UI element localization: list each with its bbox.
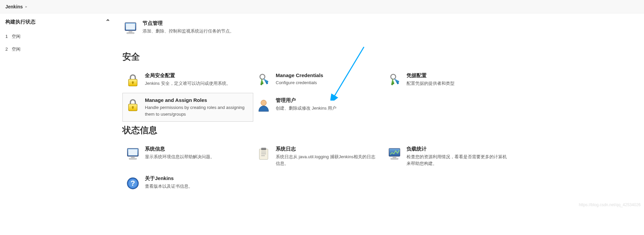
executor-row[interactable]: 1 空闲	[0, 30, 116, 43]
executor-number: 2	[5, 47, 8, 52]
section-status-title: 状态信息	[122, 124, 631, 136]
tile-title: 负载统计	[407, 146, 509, 152]
breadcrumb: Jenkins ▸	[0, 0, 644, 13]
breadcrumb-separator: ▸	[25, 5, 27, 8]
tile-desc: 查看版本以及证书信息。	[145, 183, 193, 190]
tile-load-stats[interactable]: 负载统计 检查您的资源利用情况，看看是否需要更多的计算机来帮助您构建。	[384, 141, 515, 171]
keys-icon	[386, 72, 402, 89]
security-grid: 全局安全配置 Jenkins 安全，定义谁可以访问或使用系统。 Manage C…	[122, 68, 631, 122]
lock-icon	[125, 72, 141, 89]
executor-status: 空闲	[12, 47, 20, 52]
keys-icon	[256, 72, 272, 89]
build-executor-status-header[interactable]: 构建执行状态 ⌃	[0, 13, 116, 30]
help-icon	[125, 175, 141, 191]
tile-desc: 配置凭据的提供者和类型	[407, 80, 454, 87]
build-executor-title: 构建执行状态	[5, 19, 36, 25]
section-security-title: 安全	[122, 51, 631, 63]
tile-desc: 添加、删除、控制和监视系统运行任务的节点。	[143, 28, 234, 35]
tile-credential-config[interactable]: 凭据配置 配置凭据的提供者和类型	[384, 68, 515, 93]
tile-title: 关于Jenkins	[145, 175, 193, 182]
tile-global-security[interactable]: 全局安全配置 Jenkins 安全，定义谁可以访问或使用系统。	[122, 68, 253, 93]
tile-desc: 创建、删除或修改 Jenkins 用户	[276, 105, 336, 112]
monitor-icon	[122, 20, 139, 36]
tile-node-management[interactable]: 节点管理 添加、删除、控制和监视系统运行任务的节点。	[122, 16, 631, 40]
clipboard-icon	[256, 146, 272, 162]
status-grid: 系统信息 显示系统环境信息以帮助解决问题。 系统日志 系统日志从 java.ut…	[122, 141, 631, 196]
lock-icon	[125, 97, 141, 113]
tile-title: Manage and Assign Roles	[145, 97, 248, 103]
tile-manage-roles[interactable]: Manage and Assign Roles Handle permissio…	[122, 93, 253, 122]
tile-system-log[interactable]: 系统日志 系统日志从 java.util.logging 捕获Jenkins相关…	[253, 141, 384, 171]
tile-title: 全局安全配置	[145, 72, 231, 79]
tile-desc: 系统日志从 java.util.logging 捕获Jenkins相关的日志信息…	[276, 154, 378, 167]
tile-title: 凭据配置	[407, 72, 454, 79]
tile-system-info[interactable]: 系统信息 显示系统环境信息以帮助解决问题。	[122, 141, 253, 171]
executor-row[interactable]: 2 空闲	[0, 43, 116, 56]
tile-about-jenkins[interactable]: 关于Jenkins 查看版本以及证书信息。	[122, 171, 253, 196]
tile-title: Manage Credentials	[276, 72, 323, 78]
tile-desc: Configure credentials	[276, 79, 323, 86]
breadcrumb-jenkins[interactable]: Jenkins	[5, 4, 23, 9]
tile-desc: Jenkins 安全，定义谁可以访问或使用系统。	[145, 80, 231, 87]
monitor-icon	[125, 146, 141, 162]
executor-status: 空闲	[12, 34, 20, 39]
executor-number: 1	[5, 34, 8, 39]
tile-title: 管理用户	[276, 97, 336, 104]
main-content: 节点管理 添加、删除、控制和监视系统运行任务的节点。 安全 全局安全配置 Jen…	[116, 13, 644, 209]
tile-manage-users[interactable]: 管理用户 创建、删除或修改 Jenkins 用户	[253, 93, 384, 122]
tile-title: 节点管理	[143, 20, 234, 26]
chart-icon	[386, 146, 402, 162]
tile-title: 系统信息	[145, 146, 215, 152]
tile-desc: 显示系统环境信息以帮助解决问题。	[145, 154, 215, 160]
user-icon	[256, 97, 272, 113]
tile-manage-credentials[interactable]: Manage Credentials Configure credentials	[253, 68, 384, 93]
sidebar: 构建执行状态 ⌃ 1 空闲 2 空闲	[0, 13, 116, 209]
tile-desc: 检查您的资源利用情况，看看是否需要更多的计算机来帮助您构建。	[407, 154, 509, 167]
tile-title: 系统日志	[276, 146, 378, 152]
tile-desc: Handle permissions by creating roles and…	[145, 104, 248, 117]
chevron-up-icon: ⌃	[105, 18, 110, 25]
watermark: https://blog.csdn.net/qq_42534026	[579, 202, 641, 207]
